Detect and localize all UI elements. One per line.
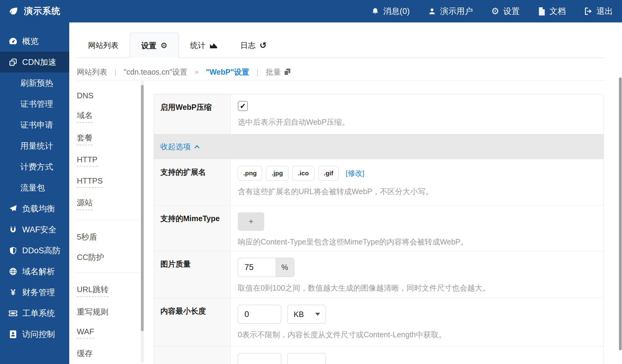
menu-divider (77, 220, 139, 220)
sidebar-item-cdn[interactable]: CDN加速 (0, 52, 69, 72)
top-nav: 消息(0) 演示用户 ⚙ 设置 文档 退出 (353, 6, 622, 17)
page-scrollbar-thumb[interactable] (619, 77, 622, 350)
field-label: 支持的扩展名 (154, 159, 231, 205)
menu-item-domains[interactable]: 域名 (77, 110, 139, 123)
add-mimetype-button[interactable]: + (238, 212, 264, 231)
batch-label: 批量 (266, 67, 281, 77)
sidebar-item-label: WAF安全 (22, 224, 56, 235)
breadcrumb-site-list[interactable]: 网站列表 (77, 67, 107, 77)
partial-input[interactable] (238, 353, 281, 364)
min-length-input[interactable] (238, 305, 281, 324)
breadcrumb-arrow: » (195, 68, 199, 76)
menu-scrollbar-thumb[interactable] (141, 85, 144, 331)
chevron-down-icon (315, 313, 320, 316)
tab-site-list[interactable]: 网站列表 (77, 33, 130, 58)
tab-bar: 网站列表 设置 ⚙ 统计 日志 ↺ (77, 33, 278, 58)
sidebar-item-dns-resolve[interactable]: 域名解析 (0, 261, 69, 282)
unit-select-value: KB (294, 310, 304, 319)
paper-plane-icon (9, 204, 18, 213)
breadcrumb-site-settings[interactable]: "cdn.teaos.cn"设置 (124, 67, 188, 77)
menu-item-dns[interactable]: DNS (77, 91, 139, 100)
batch-link[interactable]: 批量 (266, 67, 291, 77)
extension-tag: .gif (318, 166, 339, 180)
sidebar-item-finance[interactable]: ¥ 财务管理 (0, 282, 69, 303)
field-label: 启用WebP压缩 (154, 94, 231, 134)
form-row-extensions: 支持的扩展名 .png .jpg .ico .gif [修改] 含有这些扩展名的… (154, 159, 603, 205)
sidebar-item-refresh-preheat[interactable]: 刷新预热 (0, 72, 69, 93)
docs-button[interactable]: 文档 (538, 6, 566, 17)
sidebar-item-waf[interactable]: WAF安全 (0, 219, 69, 240)
form-row-partial (154, 346, 603, 364)
sidebar: 概览 CDN加速 刷新预热 证书管理 证书申请 用量统计 计费方式 流量包 负载… (0, 22, 69, 364)
menu-item-waf[interactable]: WAF (77, 327, 139, 339)
messages-button[interactable]: 消息(0) (371, 6, 410, 17)
menu-divider (77, 272, 139, 273)
extension-tag: .ico (292, 166, 314, 180)
field-label: 图片质量 (154, 251, 231, 298)
menu-item-https[interactable]: HTTPS (77, 176, 139, 188)
tab-stats[interactable]: 统计 (179, 33, 229, 58)
settings-button[interactable]: ⚙ 设置 (491, 6, 520, 17)
menu-item-http[interactable]: HTTP (77, 155, 139, 167)
sidebar-item-traffic-package[interactable]: 流量包 (0, 177, 69, 198)
sidebar-item-label: 概览 (22, 36, 39, 47)
history-icon: ↺ (259, 41, 266, 50)
partial-select[interactable] (287, 353, 326, 364)
logout-button[interactable]: 退出 (584, 6, 613, 17)
menu-item-origin[interactable]: 源站 (77, 197, 139, 210)
menu-item-cache[interactable]: 缓存 (77, 348, 139, 359)
sidebar-item-billing-method[interactable]: 计费方式 (0, 156, 69, 177)
sidebar-item-label: DDoS高防 (22, 245, 60, 256)
leaf-logo-icon (9, 6, 19, 16)
sidebar-item-label: 证书管理 (20, 99, 53, 110)
brand[interactable]: 演示系统 (0, 5, 60, 17)
edit-extensions-link[interactable]: [修改] (346, 168, 364, 178)
menu-item-url-redirect[interactable]: URL跳转 (77, 284, 139, 297)
form-row-min-length: 内容最小长度 KB 0表示不限制，内容长度从文件尺寸或Content-Lengt… (154, 298, 603, 346)
chevron-up-icon (194, 145, 200, 149)
sidebar-item-label: 用量统计 (20, 140, 53, 151)
tab-label: 统计 (190, 40, 205, 50)
form-row-enable-webp: 启用WebP压缩 选中后表示开启自动WebP压缩。 (154, 94, 603, 134)
settings-label: 设置 (503, 6, 520, 17)
menu-scrollbar[interactable] (141, 81, 144, 362)
field-description: 取值在0到100之间，数值越大生成的图像越清晰，同时文件尺寸也会越大。 (238, 283, 596, 293)
dashboard-icon (9, 37, 18, 46)
field-description: 0表示不限制，内容长度从文件尺寸或Content-Length中获取。 (238, 330, 596, 340)
sidebar-item-overview[interactable]: 概览 (0, 31, 69, 52)
tab-logs[interactable]: 日志 ↺ (229, 33, 278, 58)
top-header: 演示系统 消息(0) 演示用户 ⚙ 设置 文档 (0, 0, 622, 22)
yen-icon: ¥ (9, 288, 18, 297)
sidebar-item-label: CDN加速 (22, 57, 56, 68)
menu-item-rewrite-rules[interactable]: 重写规则 (77, 307, 139, 317)
sidebar-item-load-balancer[interactable]: 负载均衡 (0, 198, 69, 219)
min-length-unit-select[interactable]: KB (287, 305, 326, 324)
menu-item-plan[interactable]: 套餐 (77, 133, 139, 145)
quality-input[interactable] (238, 258, 275, 277)
sidebar-item-usage-stats[interactable]: 用量统计 (0, 135, 69, 156)
user-menu-button[interactable]: 演示用户 (428, 6, 473, 17)
sidebar-item-ddos[interactable]: DDoS高防 (0, 240, 69, 261)
bell-icon (371, 7, 379, 15)
field-description: 含有这些扩展名的URL将会被转成WebP，不区分大小写。 (238, 187, 596, 197)
collapse-options-link[interactable]: 收起选项 (160, 142, 200, 152)
field-label: 支持的MimeType (154, 206, 231, 251)
gear-icon: ⚙ (491, 7, 499, 16)
user-label: 演示用户 (440, 6, 473, 17)
tab-settings[interactable]: 设置 ⚙ (130, 33, 179, 58)
id-badge-icon (9, 330, 18, 339)
sidebar-item-tickets[interactable]: 工单系统 (0, 303, 69, 324)
form-row-quality: 图片质量 % 取值在0到100之间，数值越大生成的图像越清晰，同时文件尺寸也会越… (154, 251, 603, 298)
divider (77, 80, 605, 80)
logout-icon (584, 7, 593, 15)
sidebar-item-cert-manage[interactable]: 证书管理 (0, 93, 69, 114)
sidebar-item-cert-apply[interactable]: 证书申请 (0, 114, 69, 135)
tab-label: 日志 (240, 40, 255, 50)
sidebar-item-label: 计费方式 (20, 161, 53, 172)
sidebar-item-label: 财务管理 (22, 287, 55, 298)
webp-enabled-checkbox[interactable] (238, 101, 248, 111)
menu-item-cc-protect[interactable]: CC防护 (77, 252, 139, 263)
breadcrumb-webp-settings[interactable]: "WebP"设置 (206, 67, 249, 77)
sidebar-item-access-control[interactable]: 访问控制 (0, 324, 69, 345)
menu-item-5s-shield[interactable]: 5秒盾 (77, 232, 139, 242)
